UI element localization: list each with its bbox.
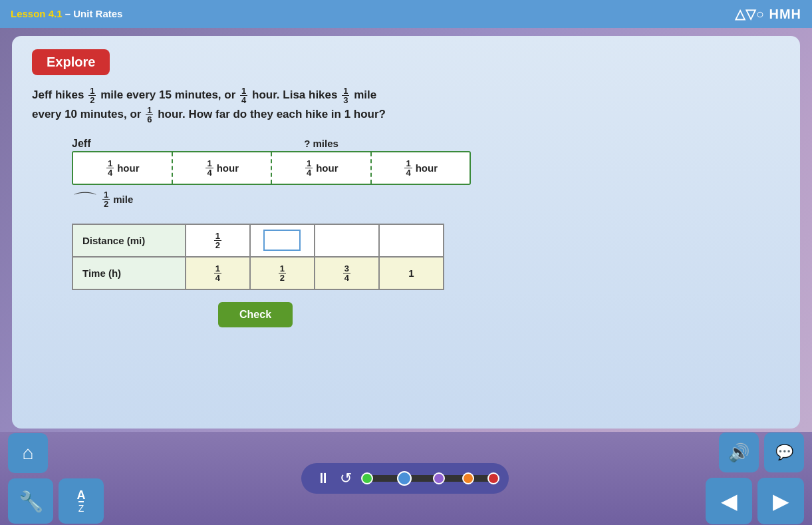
check-button[interactable]: Check bbox=[218, 302, 293, 327]
slider-thumb[interactable] bbox=[397, 471, 412, 486]
data-table: Distance (mi) 1 2 Time (h) 1 bbox=[72, 224, 444, 290]
top-bar: Lesson 4.1 – Unit Rates △▽○ HMH bbox=[0, 0, 812, 28]
slider-dot-orange[interactable] bbox=[462, 472, 474, 484]
caption-button[interactable]: 💬 bbox=[764, 433, 804, 472]
explore-badge: Explore bbox=[32, 49, 110, 75]
nav-row: ◀ ▶ bbox=[706, 478, 804, 524]
slider-dot-green[interactable] bbox=[361, 472, 373, 484]
bottom-left-controls: ⌂ 🔧 A Z bbox=[8, 433, 104, 524]
home-button[interactable]: ⌂ bbox=[8, 433, 48, 473]
home-icon: ⌂ bbox=[23, 442, 34, 464]
distance-input[interactable] bbox=[263, 230, 301, 251]
wrench-button[interactable]: 🔧 bbox=[8, 478, 53, 524]
hour-cell-2: 1 4 hour bbox=[173, 152, 273, 184]
pause-icon: ⏸ bbox=[316, 470, 331, 486]
slider-dot-purple[interactable] bbox=[433, 472, 445, 484]
replay-button[interactable]: ↺ bbox=[340, 470, 352, 487]
hour-cell-4: 1 4 hour bbox=[372, 152, 470, 184]
audio-icon: 🔊 bbox=[728, 442, 749, 463]
bottom-right-controls: 🔊 💬 ◀ ▶ bbox=[706, 433, 804, 524]
problem-line1c: hour. Lisa hikes bbox=[252, 88, 338, 101]
problem-line1a: Jeff hikes bbox=[32, 88, 84, 101]
hmh-logo: △▽○ HMH bbox=[735, 6, 801, 22]
az-icon: A bbox=[77, 489, 86, 501]
brace-section: ⌒ 1 2 mile bbox=[72, 186, 133, 213]
prev-button[interactable]: ◀ bbox=[706, 478, 752, 524]
audio-row: 🔊 💬 bbox=[719, 433, 804, 472]
frac-half: 1 2 bbox=[88, 87, 96, 104]
hour-frac-4: 1 4 bbox=[404, 159, 412, 177]
replay-icon: ↺ bbox=[340, 470, 352, 486]
half-mile-label: 1 2 mile bbox=[101, 190, 133, 208]
time-val-1: 1 4 bbox=[186, 257, 250, 289]
problem-line2a: every 10 minutes, or bbox=[32, 108, 141, 120]
distance-label: Distance (mi) bbox=[72, 224, 186, 257]
problem-line2b: hour. How far do they each hike in 1 hou… bbox=[158, 108, 386, 120]
time-val-3: 3 4 bbox=[315, 257, 379, 289]
hour-cell-3: 1 4 hour bbox=[272, 152, 372, 184]
caption-icon: 💬 bbox=[775, 444, 793, 461]
distance-val-1: 1 2 bbox=[186, 224, 250, 257]
jeff-label: Jeff bbox=[72, 138, 172, 150]
bottom-bar: ⌂ 🔧 A Z ⏸ ↺ bbox=[0, 432, 812, 525]
progress-slider[interactable] bbox=[361, 475, 494, 482]
diagram-top-row: Jeff ? miles bbox=[72, 138, 471, 150]
hour-frac-1: 1 4 bbox=[106, 159, 114, 177]
frac-quarter: 1 4 bbox=[240, 87, 247, 104]
frac-sixth: 1 6 bbox=[146, 106, 153, 124]
time-label: Time (h) bbox=[72, 257, 186, 289]
next-button[interactable]: ▶ bbox=[757, 478, 804, 524]
problem-line1b: mile every 15 minutes, or bbox=[100, 88, 235, 101]
frac-third: 1 3 bbox=[342, 87, 349, 104]
next-icon: ▶ bbox=[773, 488, 789, 514]
hour-frac-2: 1 4 bbox=[205, 159, 213, 177]
brace-icon: ⌒ bbox=[72, 192, 98, 208]
half-mile-frac: 1 2 bbox=[102, 190, 110, 208]
distance-val-3 bbox=[315, 224, 379, 257]
wrench-icon: 🔧 bbox=[19, 490, 43, 513]
slider-dot-red[interactable] bbox=[487, 472, 499, 484]
question-miles-label: ? miles bbox=[172, 138, 471, 150]
distance-input-cell[interactable] bbox=[250, 224, 315, 257]
distance-row: Distance (mi) 1 2 bbox=[72, 224, 444, 257]
media-control-panel: ⏸ ↺ bbox=[301, 463, 509, 494]
main-content: Explore Jeff hikes 1 2 mile every 15 min… bbox=[12, 36, 800, 429]
hour-frac-3: 1 4 bbox=[305, 159, 313, 177]
problem-text: Jeff hikes 1 2 mile every 15 minutes, or… bbox=[32, 86, 780, 124]
hour-bar: 1 4 hour 1 4 hour 1 4 bbox=[72, 151, 471, 185]
bottom-left-row: 🔧 A Z bbox=[8, 478, 104, 524]
bottom-center-controls: ⏸ ↺ bbox=[301, 463, 509, 494]
distance-val-4 bbox=[379, 224, 444, 257]
lesson-title: Lesson 4.1 – Unit Rates bbox=[11, 8, 122, 20]
prev-icon: ◀ bbox=[721, 488, 738, 514]
time-val-4: 1 bbox=[379, 257, 444, 289]
hour-bar-wrapper: 1 4 hour 1 4 hour 1 4 bbox=[72, 151, 471, 185]
lesson-number: Lesson 4.1 bbox=[11, 8, 63, 19]
time-row: Time (h) 1 4 1 2 3 4 bbox=[72, 257, 444, 289]
az-underline: Z bbox=[78, 501, 84, 514]
pause-button[interactable]: ⏸ bbox=[316, 470, 331, 487]
diagram-area: Jeff ? miles 1 4 hour 1 4 bbox=[72, 138, 780, 327]
problem-line1d: mile bbox=[354, 88, 376, 101]
audio-button[interactable]: 🔊 bbox=[719, 433, 759, 472]
az-button[interactable]: A Z bbox=[59, 478, 104, 524]
hour-cell-1: 1 4 hour bbox=[73, 152, 173, 184]
time-val-2: 1 2 bbox=[250, 257, 315, 289]
